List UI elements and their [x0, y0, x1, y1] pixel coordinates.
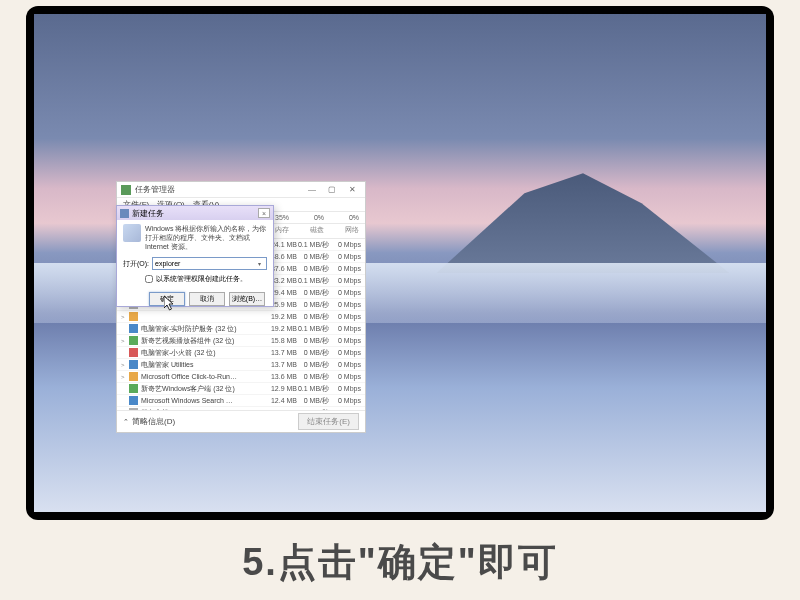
- mem-cell: 13.7 MB: [265, 361, 297, 368]
- net-cell: 0 Mbps: [329, 397, 361, 404]
- disk-cell: 0 MB/秒: [297, 372, 329, 382]
- disk-cell: 0.1 MB/秒: [297, 384, 329, 394]
- expand-chevron-icon[interactable]: >: [121, 362, 129, 368]
- process-name: 电脑管家-实时防护服务 (32 位): [141, 324, 265, 334]
- disk-cell: 0.1 MB/秒: [297, 324, 329, 334]
- net-cell: 0 Mbps: [329, 253, 361, 260]
- net-cell: 0 Mbps: [329, 313, 361, 320]
- admin-checkbox-row[interactable]: 以系统管理权限创建此任务。: [123, 274, 267, 284]
- open-combobox[interactable]: explorer ▾: [152, 257, 267, 270]
- process-name: 电脑管家 Utilities: [141, 360, 265, 370]
- table-row[interactable]: >Microsoft Office Click-to-Run…13.6 MB0 …: [117, 371, 365, 383]
- fewer-details-label: 简略信息(D): [132, 416, 175, 427]
- process-icon: [129, 324, 138, 333]
- mem-cell: 19.2 MB: [265, 313, 297, 320]
- admin-checkbox[interactable]: [145, 275, 153, 283]
- task-manager-footer: ⌃ 简略信息(D) 结束任务(E): [117, 410, 365, 432]
- ok-button[interactable]: 确定: [149, 292, 185, 306]
- run-description-text: Windows 将根据你所输入的名称，为你打开相应的程序、文件夹、文档或 Int…: [145, 224, 267, 251]
- process-icon: [129, 336, 138, 345]
- run-dialog-title: 新建任务: [132, 208, 164, 219]
- disk-cell: 0 MB/秒: [297, 336, 329, 346]
- net-pct: 0%: [327, 214, 359, 221]
- admin-label: 以系统管理权限创建此任务。: [156, 274, 247, 284]
- run-close-button[interactable]: ×: [258, 208, 270, 218]
- process-name: 电脑管家-小火箭 (32 位): [141, 348, 265, 358]
- task-manager-titlebar[interactable]: 任务管理器 — ▢ ✕: [117, 182, 365, 198]
- process-name: 新奇艺Windows客户端 (32 位): [141, 384, 265, 394]
- chevron-up-icon: ⌃: [123, 418, 129, 426]
- table-row[interactable]: 电脑管家-小火箭 (32 位)13.7 MB0 MB/秒0 Mbps: [117, 347, 365, 359]
- process-name: Microsoft Office Click-to-Run…: [141, 373, 265, 380]
- net-cell: 0 Mbps: [329, 361, 361, 368]
- table-row[interactable]: 新奇艺Windows客户端 (32 位)12.9 MB0.1 MB/秒0 Mbp…: [117, 383, 365, 395]
- mem-cell: 19.2 MB: [265, 325, 297, 332]
- disk-cell: 0.1 MB/秒: [297, 240, 329, 250]
- run-description: Windows 将根据你所输入的名称，为你打开相应的程序、文件夹、文档或 Int…: [123, 224, 267, 251]
- process-icon: [129, 360, 138, 369]
- disk-cell: 0 MB/秒: [297, 264, 329, 274]
- desktop-screen: 任务管理器 — ▢ ✕ 文件(F) 选项(O) 查看(V) 35% 0% 0%: [34, 14, 766, 512]
- run-dialog: 新建任务 × Windows 将根据你所输入的名称，为你打开相应的程序、文件夹、…: [116, 205, 274, 307]
- expand-chevron-icon[interactable]: >: [121, 374, 129, 380]
- net-cell: 0 Mbps: [329, 277, 361, 284]
- net-cell: 0 Mbps: [329, 241, 361, 248]
- table-row[interactable]: >19.2 MB0 MB/秒0 Mbps: [117, 311, 365, 323]
- mem-cell: 13.6 MB: [265, 373, 297, 380]
- expand-chevron-icon[interactable]: >: [121, 338, 129, 344]
- net-cell: 0 Mbps: [329, 289, 361, 296]
- net-cell: 0 Mbps: [329, 385, 361, 392]
- mem-cell: 12.4 MB: [265, 397, 297, 404]
- process-icon: [129, 384, 138, 393]
- hdr-net[interactable]: 网络: [327, 225, 359, 235]
- open-label: 打开(O):: [123, 259, 149, 269]
- process-name: Microsoft Windows Search …: [141, 397, 265, 404]
- minimize-button[interactable]: —: [303, 184, 321, 196]
- task-manager-icon: [121, 185, 131, 195]
- net-cell: 0 Mbps: [329, 337, 361, 344]
- hdr-disk[interactable]: 磁盘: [292, 225, 324, 235]
- table-row[interactable]: >电脑管家 Utilities13.7 MB0 MB/秒0 Mbps: [117, 359, 365, 371]
- disk-cell: 0 MB/秒: [297, 348, 329, 358]
- disk-cell: 0 MB/秒: [297, 252, 329, 262]
- process-name: 新奇艺视频播放器组件 (32 位): [141, 336, 265, 346]
- table-row[interactable]: >新奇艺视频播放器组件 (32 位)15.8 MB0 MB/秒0 Mbps: [117, 335, 365, 347]
- net-cell: 0 Mbps: [329, 325, 361, 332]
- chevron-down-icon[interactable]: ▾: [254, 260, 264, 267]
- disk-cell: 0 MB/秒: [297, 312, 329, 322]
- mem-cell: 15.8 MB: [265, 337, 297, 344]
- disk-cell: 0 MB/秒: [297, 300, 329, 310]
- table-row[interactable]: Microsoft Windows Search …12.4 MB0 MB/秒0…: [117, 395, 365, 407]
- close-button[interactable]: ✕: [343, 184, 361, 196]
- run-dialog-titlebar[interactable]: 新建任务 ×: [117, 206, 273, 220]
- disk-cell: 0 MB/秒: [297, 288, 329, 298]
- process-icon: [129, 348, 138, 357]
- process-icon: [129, 372, 138, 381]
- disk-cell: 0 MB/秒: [297, 396, 329, 406]
- task-manager-title: 任务管理器: [135, 184, 303, 195]
- disk-cell: 0 MB/秒: [297, 360, 329, 370]
- table-row[interactable]: 电脑管家-实时防护服务 (32 位)19.2 MB0.1 MB/秒0 Mbps: [117, 323, 365, 335]
- cancel-button[interactable]: 取消: [189, 292, 225, 306]
- net-cell: 0 Mbps: [329, 301, 361, 308]
- tutorial-caption: 5.点击"确定"即可: [0, 537, 800, 588]
- mem-cell: 13.7 MB: [265, 349, 297, 356]
- process-icon: [129, 312, 138, 321]
- run-dialog-icon: [120, 209, 129, 218]
- expand-chevron-icon[interactable]: >: [121, 314, 129, 320]
- net-cell: 0 Mbps: [329, 265, 361, 272]
- fewer-details-toggle[interactable]: ⌃ 简略信息(D): [123, 416, 175, 427]
- run-program-icon: [123, 224, 141, 242]
- end-task-button[interactable]: 结束任务(E): [298, 413, 359, 430]
- mem-cell: 12.9 MB: [265, 385, 297, 392]
- disk-cell: 0.1 MB/秒: [297, 276, 329, 286]
- wallpaper-mountain: [437, 173, 730, 273]
- net-cell: 0 Mbps: [329, 373, 361, 380]
- disk-pct: 0%: [292, 214, 324, 221]
- maximize-button[interactable]: ▢: [323, 184, 341, 196]
- browse-button[interactable]: 浏览(B)…: [229, 292, 265, 306]
- monitor-bezel: 任务管理器 — ▢ ✕ 文件(F) 选项(O) 查看(V) 35% 0% 0%: [26, 6, 774, 520]
- open-value: explorer: [155, 260, 254, 267]
- process-icon: [129, 396, 138, 405]
- net-cell: 0 Mbps: [329, 349, 361, 356]
